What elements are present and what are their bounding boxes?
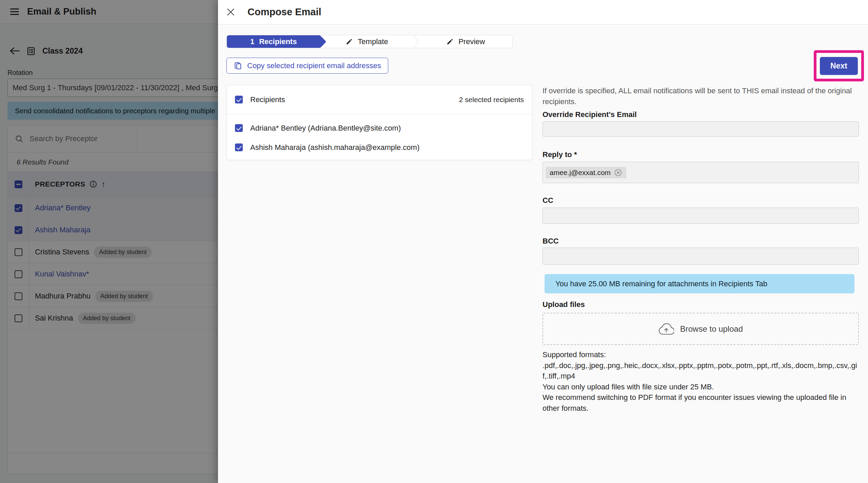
step-separator-chevron-icon xyxy=(414,35,419,48)
formats-list: .pdf,.doc,.jpg,.jpeg,.png,.heic,.docx,.x… xyxy=(542,360,859,382)
override-email-label: Override Recipient's Email xyxy=(542,111,859,118)
pencil-icon xyxy=(346,38,353,45)
attachment-size-note: You have 25.00 MB remaining for attachme… xyxy=(545,274,854,293)
override-email-input[interactable] xyxy=(542,121,859,137)
step-label: Template xyxy=(358,37,388,46)
recipient-items: Adriana* Bentley (Adriana.Bentley@site.c… xyxy=(227,114,532,157)
drawer-title: Compose Email xyxy=(248,6,321,18)
upload-files-label: Upload files xyxy=(542,301,859,308)
cloud-upload-icon xyxy=(658,323,674,335)
close-icon[interactable] xyxy=(226,7,235,17)
copy-recipients-button[interactable]: Copy selected recipient email addresses xyxy=(226,58,388,74)
recipients-panel-header: Recipients 2 selected recipients xyxy=(227,85,532,114)
bcc-input[interactable] xyxy=(542,248,859,265)
compose-email-drawer: Compose Email 1RecipientsTemplatePreview… xyxy=(218,0,868,483)
step-label: Recipients xyxy=(259,37,297,46)
reply-to-label: Reply to * xyxy=(542,151,859,158)
pencil-icon xyxy=(446,38,454,45)
recipient-label: Ashish Maharaja (ashish.maharaja@example… xyxy=(250,143,419,152)
browse-to-upload-dropzone[interactable]: Browse to upload xyxy=(542,313,859,345)
pdf-recommendation-note: We recommend switching to PDF format if … xyxy=(542,392,859,413)
next-button-highlight: Next xyxy=(814,50,864,81)
next-button[interactable]: Next xyxy=(820,57,858,75)
step-recipients[interactable]: 1Recipients xyxy=(227,35,320,48)
chip-remove-icon[interactable] xyxy=(614,169,622,177)
recipient-checkbox[interactable] xyxy=(235,124,243,132)
supported-formats-text: Supported formats: .pdf,.doc,.jpg,.jpeg,… xyxy=(542,349,859,413)
cc-input[interactable] xyxy=(542,208,859,224)
step-template[interactable]: Template xyxy=(320,35,413,48)
override-note: If override is specified, ALL email noti… xyxy=(542,85,859,107)
recipient-item[interactable]: Adriana* Bentley (Adriana.Bentley@site.c… xyxy=(227,118,532,138)
recipient-label: Adriana* Bentley (Adriana.Bentley@site.c… xyxy=(250,124,401,133)
recipient-item[interactable]: Ashish Maharaja (ashish.maharaja@example… xyxy=(227,138,532,157)
screen: Email & Publish Class 2024 Rotation Med … xyxy=(0,0,868,483)
drawer-body: 1RecipientsTemplatePreview Copy selected… xyxy=(218,24,868,483)
step-label: Preview xyxy=(458,37,485,46)
recipients-header-label: Recipients xyxy=(250,95,285,104)
step-preview[interactable]: Preview xyxy=(419,35,512,48)
reply-to-chip-label: amee.j@exxat.com xyxy=(550,169,611,177)
recipients-select-all-checkbox[interactable] xyxy=(235,96,243,103)
reply-to-chip: amee.j@exxat.com xyxy=(546,167,626,178)
email-settings-column: If override is specified, ALL email noti… xyxy=(542,85,859,413)
stepper: 1RecipientsTemplatePreview xyxy=(226,35,513,48)
reply-to-input[interactable]: amee.j@exxat.com xyxy=(542,162,859,183)
formats-title: Supported formats: xyxy=(542,349,859,360)
bcc-label: BCC xyxy=(542,237,859,245)
step-number: 1 xyxy=(250,37,254,46)
required-marker: * xyxy=(574,150,577,159)
cc-label: CC xyxy=(542,197,859,204)
selected-recipients-count: 2 selected recipients xyxy=(459,96,524,104)
recipient-checkbox[interactable] xyxy=(235,143,243,151)
drawer-header: Compose Email xyxy=(218,0,868,24)
copy-button-label: Copy selected recipient email addresses xyxy=(247,61,381,70)
browse-to-upload-label: Browse to upload xyxy=(680,324,743,334)
copy-icon xyxy=(234,61,242,70)
recipients-panel: Recipients 2 selected recipients Adriana… xyxy=(226,85,532,160)
file-size-note: You can only upload files with file size… xyxy=(542,382,859,392)
